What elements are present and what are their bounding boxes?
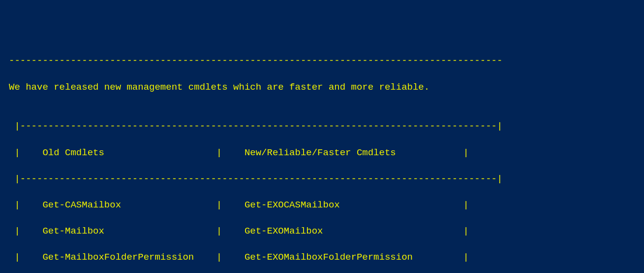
- table-row: | Get-MailboxFolderPermission | Get-EXOM…: [9, 251, 635, 264]
- intro-text: We have released new management cmdlets …: [9, 81, 635, 94]
- separator-top: ----------------------------------------…: [9, 54, 635, 68]
- table-row: | Get-CASMailbox | Get-EXOCASMailbox |: [9, 199, 635, 212]
- table-border-top: |---------------------------------------…: [9, 120, 635, 133]
- table-border-mid: |---------------------------------------…: [9, 172, 635, 186]
- table-row: | Get-Mailbox | Get-EXOMailbox |: [9, 225, 635, 238]
- table-header: | Old Cmdlets | New/Reliable/Faster Cmdl…: [9, 146, 635, 160]
